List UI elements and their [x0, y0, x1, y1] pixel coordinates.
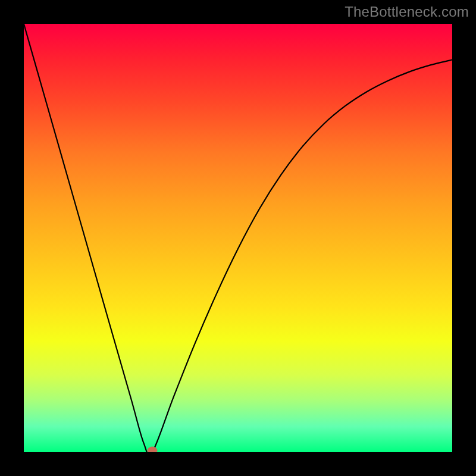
watermark-text: TheBottleneck.com: [345, 4, 469, 20]
bottleneck-curve-path: [24, 24, 452, 452]
curve-svg: [24, 24, 452, 452]
chart-frame: TheBottleneck.com: [0, 0, 476, 476]
min-marker: [148, 447, 157, 452]
plot-area: [24, 24, 452, 452]
